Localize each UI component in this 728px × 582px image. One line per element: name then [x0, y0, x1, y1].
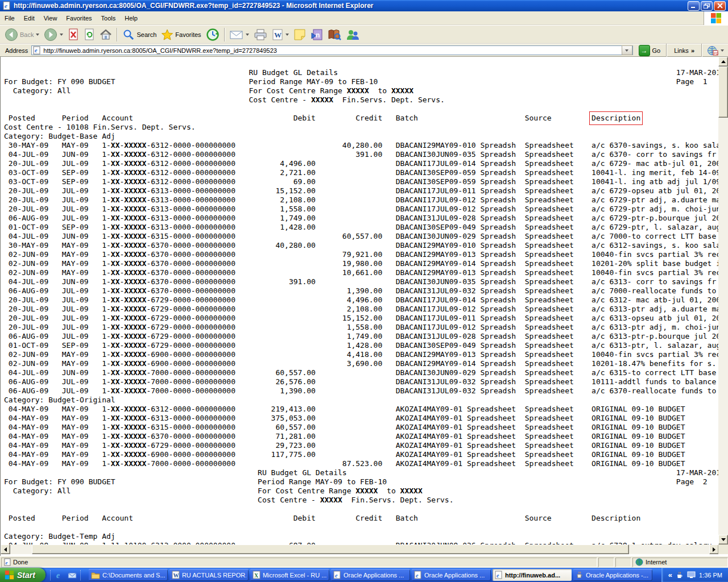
history-button[interactable]	[204, 27, 222, 43]
report-text: 1-XX-XXXXX-6370-0000-000000000	[102, 432, 235, 441]
report-text: 1-XX-XXXXX-6370-0000-000000000	[102, 259, 235, 268]
links-chevron-icon: »	[691, 47, 694, 54]
menu-edit[interactable]: Edit	[19, 13, 39, 24]
messenger-button[interactable]	[344, 27, 362, 42]
scroll-up-button[interactable]	[718, 57, 728, 66]
back-button[interactable]: Back	[2, 27, 42, 43]
address-input[interactable]: e http://finuweb.admin.ryerson.ca:8005/O…	[31, 45, 632, 55]
report-text: 1,558.00	[347, 323, 383, 332]
report-text: Spreadsheet	[525, 168, 574, 177]
forward-button[interactable]	[42, 27, 65, 43]
taskbar-button[interactable]: Oracle Applications -...	[573, 569, 652, 581]
address-label: Address	[2, 47, 31, 54]
report-line: 04-MAY-09MAY-091-XX-XXXXX-6729-0000-0000…	[4, 441, 718, 450]
svg-text:X: X	[254, 572, 259, 579]
report-line: 02-JUN-09MAY-091-XX-XXXXX-6370-0000-0000…	[4, 268, 718, 277]
report-text: 30-MAY-09	[9, 141, 48, 150]
report-text: 1-XX-XXXXX-6312-0000-000000000	[102, 405, 235, 414]
taskbar-button[interactable]: WRU ACTUALS REPOR...	[169, 569, 249, 581]
search-button[interactable]: Search	[120, 27, 159, 42]
research-button[interactable]	[325, 27, 344, 42]
tray-java-icon[interactable]	[676, 571, 684, 579]
notes-button[interactable]	[291, 27, 308, 42]
report-text: JUN-09	[62, 368, 89, 377]
quick-launch-ie-icon[interactable]: e	[55, 571, 64, 580]
pdf-dropdown-icon[interactable]	[721, 49, 724, 52]
pdf-toolbar-button[interactable]: PDF	[705, 44, 726, 57]
report-text: 10201-18.47% benefits for s.	[592, 359, 716, 368]
scroll-right-button[interactable]	[709, 544, 719, 554]
restore-button[interactable]	[701, 1, 713, 11]
minimize-button[interactable]	[688, 1, 700, 11]
report-text: 1-XX-XXXXX-7000-0000-000000000	[102, 368, 235, 377]
report-text: Spreadsheet	[525, 423, 574, 432]
edit-with-word-button[interactable]: W	[270, 28, 291, 41]
report-text: 15,152.00	[342, 314, 382, 323]
vertical-scroll-thumb[interactable]	[718, 66, 728, 118]
report-text: AKOZAI4MAY09-01 Spreadsheet	[396, 441, 516, 450]
mail-dropdown-icon[interactable]	[246, 34, 249, 36]
taskbar-button[interactable]: XMicrosoft Excel - RU ...	[250, 569, 329, 581]
report-text: AKOZAI4MAY09-01 Spreadsheet	[396, 459, 516, 468]
report-line: 04-MAY-09MAY-091-XX-XXXXX-6315-0000-0000…	[4, 423, 718, 432]
close-button[interactable]	[714, 1, 726, 11]
scroll-down-button[interactable]	[718, 535, 728, 544]
vertical-scrollbar[interactable]	[718, 57, 728, 544]
report-line: 06-AUG-09JUL-091-XX-XXXXX-6370-0000-0000…	[4, 286, 718, 296]
category-label: Category: Budget-Temp Adj	[4, 532, 115, 541]
tray-display-icon[interactable]	[687, 571, 696, 579]
taskbar-button-active[interactable]: ehttp://finuweb.ad...	[493, 569, 572, 581]
address-dropdown-button[interactable]	[622, 45, 632, 55]
quick-launch-handle[interactable]	[80, 570, 82, 580]
report-text: JUL-09	[62, 296, 89, 305]
research-book-icon	[328, 28, 341, 41]
home-button[interactable]	[97, 27, 114, 42]
address-separator	[701, 44, 702, 57]
edit-dropdown-icon[interactable]	[286, 34, 289, 36]
java-icon	[576, 571, 584, 579]
report-text: 10040-fin svcs partial 3% rec	[592, 250, 718, 259]
report-title: RU Budget GL Details	[258, 468, 347, 477]
horizontal-scroll-thumb[interactable]	[32, 544, 629, 554]
zone-label: Internet	[646, 559, 667, 566]
report-text: JUL-09	[62, 286, 89, 296]
report-text: ORIGINAL 09-10 BUDGET	[592, 450, 685, 459]
print-button[interactable]	[251, 27, 270, 42]
report-text: MAY-09	[62, 459, 89, 468]
quick-launch-outlook-icon[interactable]	[68, 571, 77, 580]
taskbar-button[interactable]: eOracle Applications ...	[331, 569, 410, 581]
back-dropdown-icon[interactable]	[36, 34, 39, 36]
taskbar-button[interactable]: C:\Documents and S...	[89, 569, 168, 581]
taskbar-button[interactable]: eOracle Applications ...	[412, 569, 491, 581]
refresh-button[interactable]	[81, 27, 97, 42]
report-text: 06-AUG-09	[9, 386, 48, 396]
menu-view[interactable]: View	[39, 13, 62, 24]
menu-tools[interactable]: Tools	[97, 13, 121, 24]
favorites-button[interactable]: Favorites	[159, 27, 203, 42]
tray-chevron-icon[interactable]: «	[668, 571, 672, 579]
report-text: 4,496.00	[280, 159, 316, 168]
report-text: Spreadsheet	[525, 323, 574, 332]
taskbar-button-label: RU ACTUALS REPOR...	[182, 572, 246, 579]
start-button[interactable]: Start	[0, 568, 46, 582]
forward-dropdown-icon[interactable]	[60, 34, 63, 36]
report-text: 1-XX-XXXXX-6370-0000-000000000	[102, 268, 235, 277]
report-text: JUL-09	[62, 314, 89, 323]
go-button[interactable]: → Go	[635, 44, 664, 57]
column-header: Description	[592, 514, 640, 523]
report-text: DBACANI29MAY09-010 Spreadsh	[396, 141, 516, 150]
horizontal-scrollbar[interactable]	[1, 544, 719, 554]
stop-button[interactable]	[65, 27, 81, 42]
menu-file[interactable]: File	[0, 13, 19, 24]
scroll-left-button[interactable]	[1, 544, 10, 554]
column-header: Account	[102, 114, 133, 123]
onenote-button[interactable]: n	[308, 27, 325, 42]
mail-button[interactable]	[228, 28, 251, 41]
menu-help[interactable]: Help	[120, 13, 142, 24]
report-text: DBACANI17JUL09-014 Spreadsh	[396, 159, 516, 168]
menu-favorites[interactable]: Favorites	[61, 13, 96, 24]
links-button[interactable]: Links »	[669, 47, 699, 54]
quick-launch-handle[interactable]	[50, 570, 52, 580]
report-text: 1-XX-XXXXX-6729-0000-000000000	[102, 296, 235, 305]
report-text: 1,390.00	[347, 286, 383, 296]
